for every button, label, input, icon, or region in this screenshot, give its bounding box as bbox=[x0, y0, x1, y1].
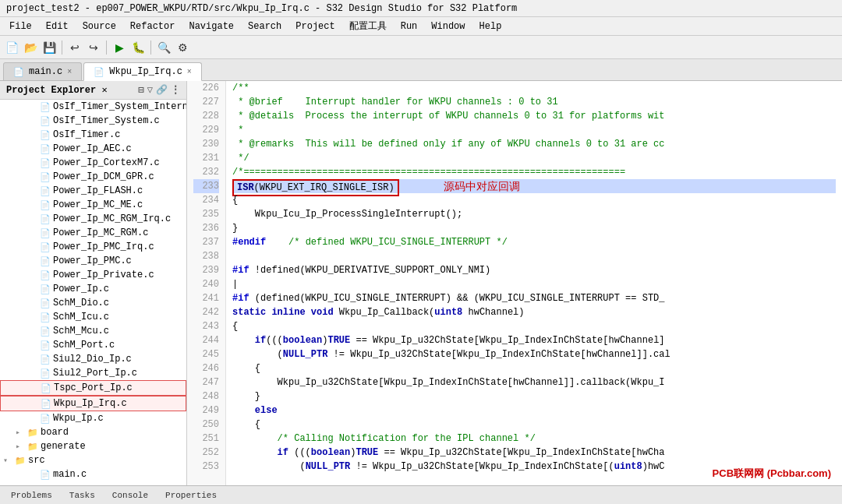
tree-item-OsIf-Timer-System-Internal-Systick-c[interactable]: 📄OsIf_Timer_System_Internal_Systick.c bbox=[0, 100, 186, 114]
tree-item-label: main.c bbox=[53, 469, 87, 480]
tree-item-Power-Ip-MC-RGM-c[interactable]: 📄Power_Ip_MC_RGM.c bbox=[0, 226, 186, 240]
toolbar-btn-save[interactable]: 💾 bbox=[41, 39, 58, 56]
tree-item-label: OsIf_Timer_System.c bbox=[53, 115, 160, 126]
tree-item-label: Siul2_Port_Ip.c bbox=[53, 368, 137, 379]
code-content: 2262272282292302312322332342352362372382… bbox=[187, 81, 842, 485]
bottom-tab-properties[interactable]: Properties bbox=[157, 489, 225, 502]
bottom-tab-console[interactable]: Console bbox=[104, 489, 156, 502]
tree-item-Wkpu-Ip-Irq-c[interactable]: 📄Wkpu_Ip_Irq.c bbox=[0, 396, 186, 411]
line-number: 240 bbox=[193, 277, 219, 291]
line-number: 229 bbox=[193, 123, 219, 137]
line-number: 248 bbox=[193, 389, 219, 404]
sidebar-collapse-icon[interactable]: ⊟ bbox=[139, 84, 144, 96]
toolbar-btn-search[interactable]: 🔍 bbox=[155, 39, 172, 56]
file-icon: 📄 bbox=[40, 256, 51, 266]
tab-main-c[interactable]: 📄 main.c × bbox=[3, 62, 82, 80]
tree-item-Power-Ip-DCM-GPR-c[interactable]: 📄Power_Ip_DCM_GPR.c bbox=[0, 170, 186, 184]
code-line: if(((boolean)TRUE == Wkpu_Ip_u32ChState[… bbox=[232, 333, 836, 347]
file-tree: 📄OsIf_Timer_System_Internal_Systick.c📄Os… bbox=[0, 100, 186, 481]
code-line: static inline void Wkpu_Ip_Callback(uint… bbox=[232, 305, 836, 319]
tab-wkpu-irq[interactable]: 📄 Wkpu_Ip_Irq.c × bbox=[83, 62, 202, 81]
tree-item-Power-Ip-MC-ME-c[interactable]: 📄Power_Ip_MC_ME.c bbox=[0, 198, 186, 212]
tree-item-Power-Ip-FLASH-c[interactable]: 📄Power_Ip_FLASH.c bbox=[0, 184, 186, 198]
toolbar-btn-new[interactable]: 📄 bbox=[3, 39, 20, 56]
tree-item-Power-Ip-PMC-c[interactable]: 📄Power_Ip_PMC.c bbox=[0, 254, 186, 268]
tree-item-label: Power_Ip_MC_RGM_Irq.c bbox=[53, 213, 171, 224]
line-number: 247 bbox=[193, 375, 219, 389]
tab-close-wkpu[interactable]: × bbox=[187, 68, 192, 76]
tree-item-OsIf-Timer-System-c[interactable]: 📄OsIf_Timer_System.c bbox=[0, 114, 186, 128]
menu-item-edit[interactable]: Edit bbox=[40, 19, 75, 33]
tree-item-main-c[interactable]: 📄main.c bbox=[0, 467, 186, 481]
tree-item-SchM-Dio-c[interactable]: 📄SchM_Dio.c bbox=[0, 296, 186, 310]
file-icon: 📄 bbox=[40, 298, 51, 308]
line-number: 227 bbox=[193, 95, 219, 109]
tree-item-label: Power_Ip_CortexM7.c bbox=[53, 157, 160, 168]
menu-item-window[interactable]: Window bbox=[425, 19, 471, 33]
tree-item-SchM-Mcu-c[interactable]: 📄SchM_Mcu.c bbox=[0, 324, 186, 338]
tree-item-Wkpu-Ip-c[interactable]: 📄Wkpu_Ip.c bbox=[0, 411, 186, 425]
line-number: 239 bbox=[193, 263, 219, 277]
tree-item-OsIf-Timer-c[interactable]: 📄OsIf_Timer.c bbox=[0, 128, 186, 142]
line-number: 253 bbox=[193, 460, 219, 474]
bottom-tab-problems[interactable]: Problems bbox=[3, 489, 60, 502]
toolbar-btn-undo[interactable]: ↩ bbox=[66, 39, 83, 56]
code-line: { bbox=[232, 361, 836, 375]
tab-label-main: main.c bbox=[29, 66, 62, 77]
tree-item-generate[interactable]: ▸📁generate bbox=[0, 439, 186, 453]
tree-item-src[interactable]: ▾📁src bbox=[0, 453, 186, 467]
toolbar-btn-open[interactable]: 📂 bbox=[22, 39, 39, 56]
file-icon: 📄 bbox=[40, 340, 51, 351]
toolbar: 📄 📂 💾 ↩ ↪ ▶ 🐛 🔍 ⚙ bbox=[0, 36, 842, 59]
sidebar-menu-icon[interactable]: ⋮ bbox=[171, 84, 180, 96]
toolbar-btn-settings[interactable]: ⚙ bbox=[174, 39, 191, 56]
toolbar-btn-debug[interactable]: 🐛 bbox=[129, 39, 147, 56]
sidebar-filter-icon[interactable]: ▽ bbox=[147, 84, 153, 96]
file-icon: 📄 bbox=[40, 130, 51, 140]
menu-item-refactor[interactable]: Refactor bbox=[124, 19, 182, 33]
menu-item-search[interactable]: Search bbox=[242, 19, 288, 33]
tree-item-Power-Ip-AEC-c[interactable]: 📄Power_Ip_AEC.c bbox=[0, 142, 186, 156]
menu-item-help[interactable]: Help bbox=[473, 19, 508, 33]
editor-tabs-row: 📄 main.c × 📄 Wkpu_Ip_Irq.c × bbox=[0, 59, 842, 81]
tree-item-Power-Ip-CortexM7-c[interactable]: 📄Power_Ip_CortexM7.c bbox=[0, 156, 186, 170]
tree-item-Siul2-Dio-Ip-c[interactable]: 📄Siul2_Dio_Ip.c bbox=[0, 352, 186, 366]
tree-item-label: Power_Ip_FLASH.c bbox=[53, 185, 143, 196]
tree-item-SchM-Icu-c[interactable]: 📄SchM_Icu.c bbox=[0, 310, 186, 324]
toolbar-btn-redo[interactable]: ↪ bbox=[85, 39, 102, 56]
code-line: { bbox=[232, 319, 836, 333]
tree-item-Power-Ip-c[interactable]: 📄Power_Ip.c bbox=[0, 282, 186, 296]
menu-item-----[interactable]: 配置工具 bbox=[343, 18, 393, 34]
tree-item-Power-Ip-Private-c[interactable]: 📄Power_Ip_Private.c bbox=[0, 268, 186, 282]
tree-item-label: Wkpu_Ip.c bbox=[53, 413, 104, 424]
line-number: 232 bbox=[193, 165, 219, 179]
menu-item-navigate[interactable]: Navigate bbox=[182, 19, 240, 33]
sidebar-link-icon[interactable]: 🔗 bbox=[156, 84, 168, 96]
tree-item-SchM-Port-c[interactable]: 📄SchM_Port.c bbox=[0, 338, 186, 352]
file-icon: 📄 bbox=[40, 186, 51, 196]
code-line bbox=[232, 249, 836, 263]
bottom-tab-tasks[interactable]: Tasks bbox=[62, 489, 103, 502]
tree-item-board[interactable]: ▸📁board bbox=[0, 425, 186, 439]
file-icon: 📄 bbox=[40, 144, 51, 154]
line-number: 241 bbox=[193, 291, 219, 305]
file-icon: 📄 bbox=[40, 242, 51, 252]
file-icon: 📄 bbox=[40, 228, 51, 238]
folder-icon: 📁 bbox=[15, 456, 26, 466]
tree-item-Tspc-Port-Ip-c[interactable]: 📄Tspc_Port_Ip.c bbox=[0, 380, 186, 396]
tree-item-Power-Ip-MC-RGM-Irq-c[interactable]: 📄Power_Ip_MC_RGM_Irq.c bbox=[0, 212, 186, 226]
line-number: 251 bbox=[193, 432, 219, 446]
code-area[interactable]: /** * @brief Interrupt handler for WKPU … bbox=[226, 81, 842, 485]
tree-item-Power-Ip-PMC-Irq-c[interactable]: 📄Power_Ip_PMC_Irq.c bbox=[0, 240, 186, 254]
tree-item-Siul2-Port-Ip-c[interactable]: 📄Siul2_Port_Ip.c bbox=[0, 366, 186, 380]
menu-item-project[interactable]: Project bbox=[289, 19, 341, 33]
menu-item-run[interactable]: Run bbox=[394, 19, 424, 33]
toolbar-btn-run[interactable]: ▶ bbox=[111, 39, 128, 56]
menu-item-file[interactable]: File bbox=[3, 19, 38, 33]
code-editor: 2262272282292302312322332342352362372382… bbox=[187, 81, 842, 485]
menu-item-source[interactable]: Source bbox=[76, 19, 122, 33]
tree-item-label: SchM_Mcu.c bbox=[53, 326, 109, 337]
file-icon: 📄 bbox=[40, 214, 51, 224]
tree-item-label: Wkpu_Ip_Irq.c bbox=[54, 398, 127, 409]
tab-close-main[interactable]: × bbox=[67, 68, 72, 76]
